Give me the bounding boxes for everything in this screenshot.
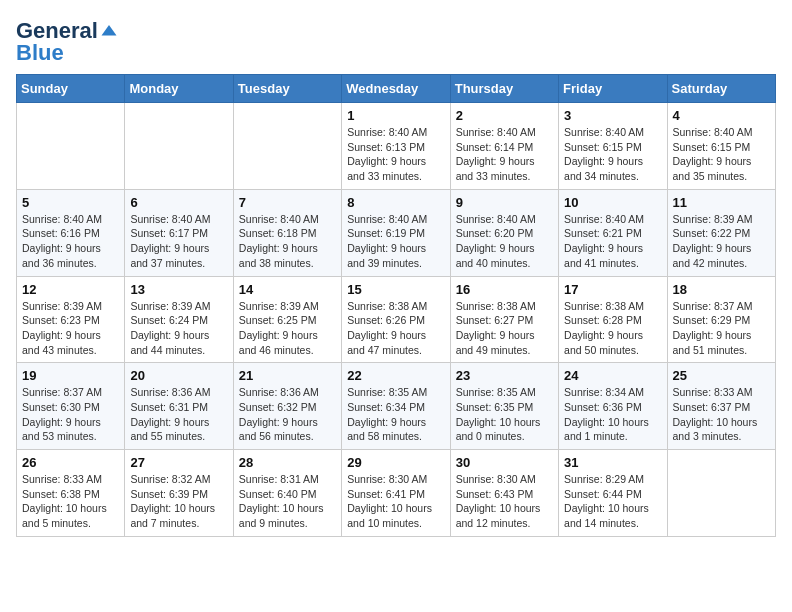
calendar-cell: 14Sunrise: 8:39 AMSunset: 6:25 PMDayligh… xyxy=(233,276,341,363)
calendar-week-4: 19Sunrise: 8:37 AMSunset: 6:30 PMDayligh… xyxy=(17,363,776,450)
day-number: 15 xyxy=(347,282,444,297)
day-info: Sunrise: 8:40 AMSunset: 6:16 PMDaylight:… xyxy=(22,212,119,271)
logo-text-general: General xyxy=(16,20,98,42)
day-info: Sunrise: 8:36 AMSunset: 6:31 PMDaylight:… xyxy=(130,385,227,444)
day-number: 26 xyxy=(22,455,119,470)
day-info: Sunrise: 8:37 AMSunset: 6:29 PMDaylight:… xyxy=(673,299,770,358)
calendar-cell: 15Sunrise: 8:38 AMSunset: 6:26 PMDayligh… xyxy=(342,276,450,363)
calendar-cell: 12Sunrise: 8:39 AMSunset: 6:23 PMDayligh… xyxy=(17,276,125,363)
day-number: 11 xyxy=(673,195,770,210)
day-number: 24 xyxy=(564,368,661,383)
day-number: 17 xyxy=(564,282,661,297)
calendar-cell: 10Sunrise: 8:40 AMSunset: 6:21 PMDayligh… xyxy=(559,189,667,276)
calendar-cell: 2Sunrise: 8:40 AMSunset: 6:14 PMDaylight… xyxy=(450,103,558,190)
day-number: 30 xyxy=(456,455,553,470)
day-info: Sunrise: 8:30 AMSunset: 6:41 PMDaylight:… xyxy=(347,472,444,531)
logo-text-blue: Blue xyxy=(16,42,118,64)
day-number: 18 xyxy=(673,282,770,297)
day-info: Sunrise: 8:40 AMSunset: 6:21 PMDaylight:… xyxy=(564,212,661,271)
day-info: Sunrise: 8:39 AMSunset: 6:24 PMDaylight:… xyxy=(130,299,227,358)
day-info: Sunrise: 8:34 AMSunset: 6:36 PMDaylight:… xyxy=(564,385,661,444)
day-number: 16 xyxy=(456,282,553,297)
calendar-cell: 9Sunrise: 8:40 AMSunset: 6:20 PMDaylight… xyxy=(450,189,558,276)
day-number: 3 xyxy=(564,108,661,123)
day-number: 28 xyxy=(239,455,336,470)
weekday-header-row: SundayMondayTuesdayWednesdayThursdayFrid… xyxy=(17,75,776,103)
calendar-cell: 28Sunrise: 8:31 AMSunset: 6:40 PMDayligh… xyxy=(233,450,341,537)
calendar-cell: 4Sunrise: 8:40 AMSunset: 6:15 PMDaylight… xyxy=(667,103,775,190)
calendar-cell: 31Sunrise: 8:29 AMSunset: 6:44 PMDayligh… xyxy=(559,450,667,537)
calendar-cell: 22Sunrise: 8:35 AMSunset: 6:34 PMDayligh… xyxy=(342,363,450,450)
day-info: Sunrise: 8:40 AMSunset: 6:20 PMDaylight:… xyxy=(456,212,553,271)
day-info: Sunrise: 8:39 AMSunset: 6:23 PMDaylight:… xyxy=(22,299,119,358)
logo-icon xyxy=(100,22,118,40)
day-number: 12 xyxy=(22,282,119,297)
day-info: Sunrise: 8:38 AMSunset: 6:26 PMDaylight:… xyxy=(347,299,444,358)
calendar-cell: 11Sunrise: 8:39 AMSunset: 6:22 PMDayligh… xyxy=(667,189,775,276)
day-number: 22 xyxy=(347,368,444,383)
day-number: 29 xyxy=(347,455,444,470)
weekday-wednesday: Wednesday xyxy=(342,75,450,103)
calendar-cell: 3Sunrise: 8:40 AMSunset: 6:15 PMDaylight… xyxy=(559,103,667,190)
calendar-cell: 1Sunrise: 8:40 AMSunset: 6:13 PMDaylight… xyxy=(342,103,450,190)
calendar-cell: 17Sunrise: 8:38 AMSunset: 6:28 PMDayligh… xyxy=(559,276,667,363)
day-number: 10 xyxy=(564,195,661,210)
day-info: Sunrise: 8:38 AMSunset: 6:28 PMDaylight:… xyxy=(564,299,661,358)
day-number: 23 xyxy=(456,368,553,383)
day-info: Sunrise: 8:37 AMSunset: 6:30 PMDaylight:… xyxy=(22,385,119,444)
day-number: 7 xyxy=(239,195,336,210)
day-number: 13 xyxy=(130,282,227,297)
weekday-sunday: Sunday xyxy=(17,75,125,103)
calendar-cell: 21Sunrise: 8:36 AMSunset: 6:32 PMDayligh… xyxy=(233,363,341,450)
day-info: Sunrise: 8:40 AMSunset: 6:17 PMDaylight:… xyxy=(130,212,227,271)
weekday-monday: Monday xyxy=(125,75,233,103)
day-number: 20 xyxy=(130,368,227,383)
day-info: Sunrise: 8:33 AMSunset: 6:38 PMDaylight:… xyxy=(22,472,119,531)
day-number: 1 xyxy=(347,108,444,123)
calendar-cell xyxy=(17,103,125,190)
day-number: 2 xyxy=(456,108,553,123)
calendar-cell: 30Sunrise: 8:30 AMSunset: 6:43 PMDayligh… xyxy=(450,450,558,537)
calendar-cell: 26Sunrise: 8:33 AMSunset: 6:38 PMDayligh… xyxy=(17,450,125,537)
day-info: Sunrise: 8:36 AMSunset: 6:32 PMDaylight:… xyxy=(239,385,336,444)
day-info: Sunrise: 8:39 AMSunset: 6:25 PMDaylight:… xyxy=(239,299,336,358)
day-info: Sunrise: 8:31 AMSunset: 6:40 PMDaylight:… xyxy=(239,472,336,531)
day-info: Sunrise: 8:38 AMSunset: 6:27 PMDaylight:… xyxy=(456,299,553,358)
calendar-cell xyxy=(233,103,341,190)
day-number: 9 xyxy=(456,195,553,210)
day-number: 21 xyxy=(239,368,336,383)
day-info: Sunrise: 8:32 AMSunset: 6:39 PMDaylight:… xyxy=(130,472,227,531)
calendar-week-5: 26Sunrise: 8:33 AMSunset: 6:38 PMDayligh… xyxy=(17,450,776,537)
calendar-table: SundayMondayTuesdayWednesdayThursdayFrid… xyxy=(16,74,776,537)
weekday-tuesday: Tuesday xyxy=(233,75,341,103)
calendar-cell: 13Sunrise: 8:39 AMSunset: 6:24 PMDayligh… xyxy=(125,276,233,363)
day-info: Sunrise: 8:29 AMSunset: 6:44 PMDaylight:… xyxy=(564,472,661,531)
day-info: Sunrise: 8:39 AMSunset: 6:22 PMDaylight:… xyxy=(673,212,770,271)
weekday-saturday: Saturday xyxy=(667,75,775,103)
calendar-cell: 18Sunrise: 8:37 AMSunset: 6:29 PMDayligh… xyxy=(667,276,775,363)
calendar-cell: 7Sunrise: 8:40 AMSunset: 6:18 PMDaylight… xyxy=(233,189,341,276)
calendar-cell xyxy=(125,103,233,190)
day-number: 5 xyxy=(22,195,119,210)
svg-marker-0 xyxy=(101,25,116,36)
calendar-cell xyxy=(667,450,775,537)
day-number: 8 xyxy=(347,195,444,210)
calendar-body: 1Sunrise: 8:40 AMSunset: 6:13 PMDaylight… xyxy=(17,103,776,537)
day-info: Sunrise: 8:33 AMSunset: 6:37 PMDaylight:… xyxy=(673,385,770,444)
calendar-cell: 6Sunrise: 8:40 AMSunset: 6:17 PMDaylight… xyxy=(125,189,233,276)
day-info: Sunrise: 8:40 AMSunset: 6:15 PMDaylight:… xyxy=(564,125,661,184)
calendar-week-3: 12Sunrise: 8:39 AMSunset: 6:23 PMDayligh… xyxy=(17,276,776,363)
day-info: Sunrise: 8:30 AMSunset: 6:43 PMDaylight:… xyxy=(456,472,553,531)
day-number: 4 xyxy=(673,108,770,123)
weekday-friday: Friday xyxy=(559,75,667,103)
calendar-cell: 24Sunrise: 8:34 AMSunset: 6:36 PMDayligh… xyxy=(559,363,667,450)
calendar-week-2: 5Sunrise: 8:40 AMSunset: 6:16 PMDaylight… xyxy=(17,189,776,276)
day-number: 19 xyxy=(22,368,119,383)
day-info: Sunrise: 8:40 AMSunset: 6:19 PMDaylight:… xyxy=(347,212,444,271)
calendar-cell: 19Sunrise: 8:37 AMSunset: 6:30 PMDayligh… xyxy=(17,363,125,450)
day-number: 14 xyxy=(239,282,336,297)
day-info: Sunrise: 8:40 AMSunset: 6:14 PMDaylight:… xyxy=(456,125,553,184)
day-info: Sunrise: 8:40 AMSunset: 6:13 PMDaylight:… xyxy=(347,125,444,184)
day-info: Sunrise: 8:35 AMSunset: 6:35 PMDaylight:… xyxy=(456,385,553,444)
calendar-cell: 20Sunrise: 8:36 AMSunset: 6:31 PMDayligh… xyxy=(125,363,233,450)
